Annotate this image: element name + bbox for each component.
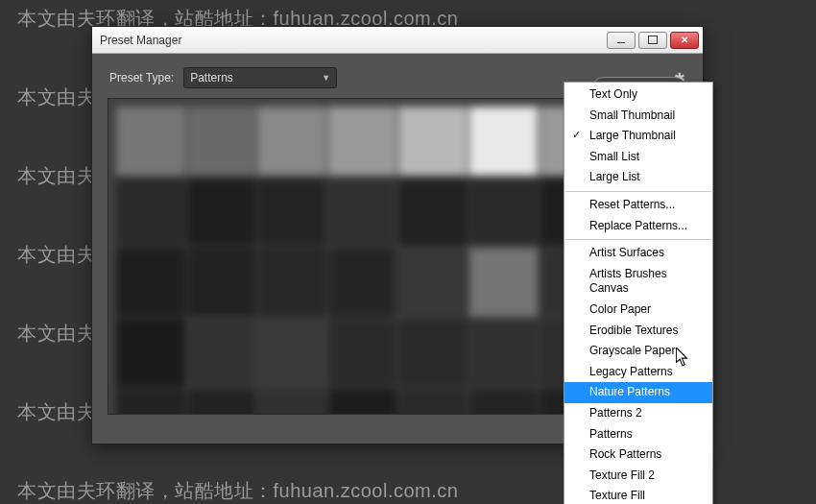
pattern-thumbnail[interactable] [257, 319, 326, 388]
menu-item[interactable]: ✓Large Thumbnail [564, 126, 712, 147]
menu-item[interactable]: Small List [564, 147, 712, 168]
pattern-thumbnail[interactable] [187, 389, 256, 415]
pattern-thumbnail[interactable] [328, 389, 397, 415]
pattern-thumbnail[interactable] [469, 389, 539, 415]
menu-item-label: Text Only [589, 87, 637, 101]
pattern-thumbnail[interactable] [187, 107, 256, 176]
menu-item[interactable]: Legacy Patterns [564, 362, 712, 383]
menu-item-label: Texture Fill 2 [589, 468, 655, 482]
close-button[interactable]: ✕ [670, 32, 699, 49]
pattern-thumbnail[interactable] [469, 248, 539, 317]
pattern-thumbnail[interactable] [187, 319, 256, 388]
menu-item[interactable]: Erodible Textures [564, 321, 712, 342]
minimize-button[interactable] [607, 32, 636, 49]
pattern-thumbnail[interactable] [257, 107, 326, 176]
pattern-thumbnail[interactable] [116, 178, 185, 247]
pattern-thumbnail[interactable] [398, 107, 468, 176]
menu-item[interactable]: Nature Patterns [564, 382, 712, 403]
menu-item-label: Artist Surfaces [589, 246, 664, 259]
menu-item[interactable]: Reset Patterns... [564, 195, 712, 216]
pattern-thumbnail[interactable] [187, 178, 256, 247]
pattern-thumbnail[interactable] [116, 319, 185, 388]
pattern-thumbnail[interactable] [469, 107, 539, 176]
menu-item-label: Texture Fill [589, 489, 645, 502]
menu-item[interactable]: Grayscale Paper [564, 341, 712, 362]
titlebar-buttons: ✕ [607, 32, 703, 49]
pattern-thumbnail[interactable] [116, 389, 185, 415]
menu-item[interactable]: Large List [564, 167, 712, 188]
check-icon: ✓ [572, 128, 581, 141]
pattern-thumbnail[interactable] [328, 107, 397, 176]
menu-item-label: Large Thumbnail [589, 129, 676, 142]
menu-item[interactable]: Text Only [564, 84, 712, 106]
preset-type-label: Preset Type: [109, 71, 174, 84]
pattern-thumbnail[interactable] [469, 319, 539, 388]
pattern-thumbnail[interactable] [328, 248, 397, 317]
maximize-button[interactable] [638, 32, 667, 49]
menu-item[interactable]: Artist Surfaces [564, 243, 712, 264]
pattern-thumbnail[interactable] [398, 248, 468, 317]
menu-item[interactable]: Replace Patterns... [564, 216, 712, 237]
pattern-thumbnail[interactable] [257, 248, 326, 317]
menu-item[interactable]: Patterns [564, 424, 712, 445]
menu-item[interactable]: Color Paper [564, 300, 712, 321]
pattern-thumbnail[interactable] [398, 319, 468, 388]
pattern-thumbnail[interactable] [328, 178, 397, 247]
menu-item-label: Rock Patterns [589, 447, 661, 461]
pattern-thumbnail[interactable] [116, 107, 185, 176]
menu-item-label: Grayscale Paper [589, 344, 675, 357]
menu-item[interactable]: Texture Fill [564, 486, 712, 504]
menu-item-label: Artists Brushes Canvas [589, 267, 667, 296]
chevron-down-icon: ▼ [322, 73, 330, 83]
menu-item-label: Reset Patterns... [589, 198, 675, 211]
preset-type-select[interactable]: Patterns ▼ [183, 67, 337, 88]
flyout-menu: Text OnlySmall Thumbnail✓Large Thumbnail… [564, 82, 713, 504]
menu-item[interactable]: Texture Fill 2 [564, 466, 712, 487]
menu-item[interactable]: Patterns 2 [564, 403, 712, 424]
menu-item-label: Color Paper [589, 302, 651, 316]
menu-separator [565, 239, 711, 240]
menu-item[interactable]: Small Thumbnail [564, 106, 712, 127]
titlebar: Preset Manager ✕ [92, 27, 703, 54]
menu-item-label: Erodible Textures [589, 324, 679, 337]
menu-item[interactable]: Rock Patterns [564, 444, 712, 466]
menu-item-label: Replace Patterns... [589, 219, 687, 232]
menu-item[interactable]: Artists Brushes Canvas [564, 264, 712, 300]
menu-item-label: Legacy Patterns [589, 365, 673, 378]
menu-item-label: Patterns [589, 427, 633, 441]
pattern-thumbnail[interactable] [187, 248, 256, 317]
menu-item-label: Large List [589, 170, 640, 183]
preset-type-value: Patterns [190, 71, 233, 84]
menu-item-label: Small List [589, 150, 639, 163]
menu-separator [565, 191, 711, 192]
pattern-thumbnail[interactable] [116, 248, 185, 317]
pattern-thumbnail[interactable] [469, 178, 539, 247]
pattern-thumbnail[interactable] [257, 389, 326, 415]
pattern-thumbnail[interactable] [398, 178, 468, 247]
pattern-thumbnail[interactable] [328, 319, 397, 388]
pattern-thumbnail[interactable] [257, 178, 326, 247]
menu-item-label: Small Thumbnail [589, 108, 675, 122]
watermark-text: 本文由夫环翻译，站酷地址：fuhuan.zcool.com.cn [17, 478, 458, 504]
menu-item-label: Nature Patterns [589, 385, 670, 398]
pattern-thumbnail[interactable] [398, 389, 468, 415]
window-title: Preset Manager [100, 34, 181, 47]
menu-item-label: Patterns 2 [589, 406, 642, 420]
